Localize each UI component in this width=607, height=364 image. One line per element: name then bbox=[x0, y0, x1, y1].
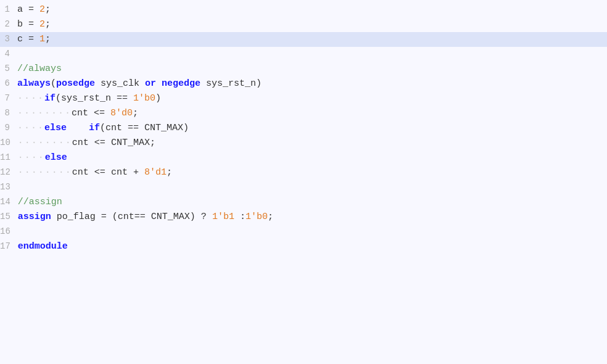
token-sym: sys_rst_n) bbox=[200, 78, 262, 89]
token-num: 2 bbox=[39, 19, 45, 30]
token-var: a bbox=[17, 4, 23, 15]
token-sym: ) bbox=[155, 93, 161, 104]
token-kw: negedge bbox=[162, 78, 200, 89]
code-content: a = 2; bbox=[17, 2, 51, 17]
code-line: 4 bbox=[0, 47, 607, 62]
code-content: c = 1; bbox=[17, 32, 51, 47]
code-content: //assign bbox=[18, 195, 62, 210]
line-number: 15 bbox=[0, 210, 18, 223]
line-number: 1 bbox=[0, 2, 17, 16]
line-number: 9 bbox=[0, 121, 17, 134]
token-num: 8'd0 bbox=[110, 108, 133, 118]
token-sym: <= bbox=[88, 108, 105, 118]
token-sym bbox=[156, 78, 162, 89]
token-sym: == bbox=[117, 93, 128, 104]
token-sym: = bbox=[23, 19, 39, 30]
line-number: 7 bbox=[0, 91, 17, 105]
code-editor: 1a = 2;2b = 2;3c = 1;45//always6always(p… bbox=[0, 0, 607, 364]
line-number: 11 bbox=[0, 151, 18, 164]
code-content: ········cnt <= cnt + 8'd1; bbox=[18, 165, 172, 180]
code-content: ········cnt <= CNT_MAX; bbox=[18, 136, 155, 151]
code-content: assign po_flag = (cnt== CNT_MAX) ? 1'b1 … bbox=[18, 210, 273, 225]
code-line: 11····else bbox=[0, 151, 607, 165]
token-num: 1 bbox=[39, 34, 45, 44]
token-var: cnt bbox=[72, 108, 88, 118]
code-line: 6always(posedge sys_clk or negedge sys_r… bbox=[0, 77, 607, 91]
token-sym: ; bbox=[133, 108, 138, 118]
token-kw: else bbox=[44, 123, 67, 133]
code-content: //always bbox=[17, 62, 62, 77]
token-num: 1'b0 bbox=[246, 212, 268, 222]
code-line: 12········cnt <= cnt + 8'd1; bbox=[0, 165, 607, 180]
code-line: 3c = 1; bbox=[0, 32, 607, 47]
token-kw2: posedge bbox=[56, 78, 95, 89]
token-sym: ( bbox=[51, 78, 56, 89]
token-kw: else bbox=[45, 152, 67, 163]
token-var: b bbox=[17, 19, 23, 30]
token-var: cnt bbox=[72, 167, 89, 178]
line-number: 10 bbox=[0, 136, 18, 149]
token-sym: ; bbox=[268, 212, 273, 222]
token-sym: : bbox=[234, 212, 246, 222]
line-number: 12 bbox=[0, 165, 18, 179]
token-sym: = bbox=[23, 4, 39, 15]
token-var: cnt bbox=[72, 138, 89, 148]
code-content: endmodule bbox=[18, 239, 68, 254]
token-sym: sys_clk bbox=[95, 78, 145, 89]
token-sym bbox=[105, 108, 110, 118]
indent-dots: ···· bbox=[18, 138, 45, 148]
indent-dots: ···· bbox=[18, 167, 45, 178]
indent-dots: ···· bbox=[18, 152, 45, 163]
token-sym: ; bbox=[167, 167, 172, 178]
indent-dots: ···· bbox=[44, 108, 72, 118]
token-kw: assign bbox=[18, 212, 51, 222]
token-sym: <= bbox=[89, 138, 105, 148]
indent-dots: ···· bbox=[17, 108, 44, 118]
token-sym: <= bbox=[89, 167, 105, 178]
token-kw: always bbox=[17, 78, 51, 89]
line-number: 5 bbox=[0, 62, 17, 75]
code-content: ····else if(cnt == CNT_MAX) bbox=[17, 121, 189, 136]
indent-dots: ···· bbox=[17, 123, 44, 133]
token-kw: if bbox=[44, 93, 56, 104]
code-line: 13 bbox=[0, 180, 607, 195]
token-sym: CNT_MAX; bbox=[105, 138, 155, 148]
indent-dots: ···· bbox=[17, 93, 44, 104]
code-line: 15assign po_flag = (cnt== CNT_MAX) ? 1'b… bbox=[0, 210, 607, 225]
token-kw: if bbox=[89, 123, 100, 133]
code-line: 2b = 2; bbox=[0, 17, 607, 32]
code-line: 7····if(sys_rst_n == 1'b0) bbox=[0, 91, 607, 106]
token-sym: cnt + bbox=[105, 167, 144, 178]
token-num: 1'b0 bbox=[133, 93, 155, 104]
line-number: 17 bbox=[0, 239, 18, 253]
token-sym: = bbox=[23, 34, 39, 44]
code-line: 8········cnt <= 8'd0; bbox=[0, 106, 607, 121]
code-line: 14//assign bbox=[0, 195, 607, 210]
token-num: 8'd1 bbox=[144, 167, 167, 178]
token-kw: endmodule bbox=[18, 241, 68, 252]
code-line: 1a = 2; bbox=[0, 2, 607, 17]
token-var: c bbox=[17, 34, 23, 44]
token-sym bbox=[128, 93, 133, 104]
code-content: b = 2; bbox=[17, 17, 51, 32]
token-kw: or bbox=[145, 78, 156, 89]
code-line: 16 bbox=[0, 225, 607, 239]
token-sym: po_flag = (cnt== CNT_MAX) ? bbox=[51, 212, 212, 222]
code-line: 5//always bbox=[0, 62, 607, 77]
code-content: always(posedge sys_clk or negedge sys_rs… bbox=[17, 77, 262, 91]
line-number: 8 bbox=[0, 106, 17, 120]
line-number: 6 bbox=[0, 77, 17, 90]
line-number: 2 bbox=[0, 17, 17, 31]
token-sym: CNT_MAX) bbox=[139, 123, 189, 133]
line-number: 3 bbox=[0, 32, 17, 46]
code-content: ····if(sys_rst_n == 1'b0) bbox=[17, 91, 161, 106]
token-num: 2 bbox=[39, 4, 45, 15]
token-sym: ; bbox=[45, 19, 51, 30]
line-number: 13 bbox=[0, 180, 18, 194]
line-number: 16 bbox=[0, 225, 18, 238]
token-sym: (sys_rst_n bbox=[56, 93, 117, 104]
token-sym: ; bbox=[45, 4, 51, 15]
line-number: 14 bbox=[0, 195, 18, 209]
code-content: ········cnt <= 8'd0; bbox=[17, 106, 138, 121]
token-comment: //assign bbox=[18, 197, 62, 207]
